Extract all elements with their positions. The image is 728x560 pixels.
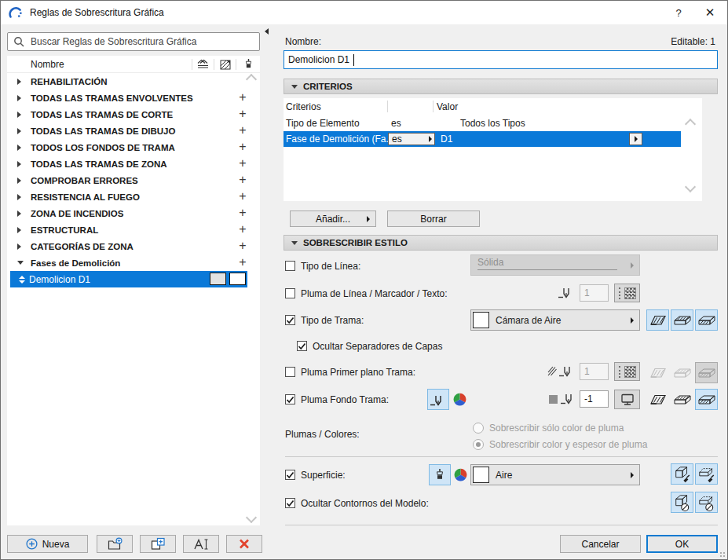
- drafting-fills-toggle[interactable]: [646, 309, 669, 331]
- fill-background-pen-checkbox[interactable]: [285, 394, 295, 404]
- expand-arrow-icon[interactable]: [17, 112, 27, 118]
- surface-column-icon[interactable]: [236, 58, 260, 70]
- remove-criterion-button[interactable]: Borrar: [387, 210, 480, 227]
- new-folder-button[interactable]: [97, 535, 133, 553]
- background-pen-mode-toggle[interactable]: [427, 389, 449, 410]
- hide-uncut-contours-toggle[interactable]: [671, 492, 693, 513]
- screen-only-toggle[interactable]: [614, 390, 640, 409]
- tree-item-demolicion-d1-selected[interactable]: Demolicion D1: [10, 271, 247, 287]
- expand-arrow-icon[interactable]: [17, 178, 27, 184]
- rename-button[interactable]: [183, 535, 219, 553]
- tree-item-fases-demolicion[interactable]: Fases de Demolición +: [7, 254, 260, 271]
- line-type-column-icon[interactable]: [192, 59, 214, 70]
- reorder-icon[interactable]: [19, 276, 25, 284]
- expand-arrow-icon[interactable]: [17, 210, 27, 217]
- expand-arrow-icon[interactable]: [17, 161, 27, 167]
- collapse-panel-arrow-icon[interactable]: [265, 28, 269, 35]
- fill-background-pen-number-field[interactable]: -1: [580, 390, 609, 408]
- hide-contours-checkbox[interactable]: [285, 498, 295, 508]
- tree-item-tramas-corte[interactable]: TODAS LAS TRAMAS DE CORTE +: [7, 106, 260, 123]
- scroll-up-button[interactable]: [685, 119, 696, 130]
- line-type-checkbox[interactable]: [285, 261, 295, 271]
- cover-fills-toggle-bg[interactable]: [671, 389, 693, 410]
- tree-item-rehabilitacion[interactable]: REHABILITACIÓN: [7, 73, 260, 90]
- tree-item-fondos-trama[interactable]: TODOS LOS FONDOS DE TRAMA +: [7, 139, 260, 156]
- tree-item-categorias-zona[interactable]: CATEGORÍAS DE ZONA +: [7, 238, 260, 254]
- list-header[interactable]: Nombre: [7, 56, 260, 73]
- scroll-down-button[interactable]: [685, 181, 696, 192]
- fill-column-icon[interactable]: [214, 58, 236, 71]
- pen-pattern-icon: [624, 366, 636, 378]
- surface-paint-toggle[interactable]: [429, 464, 451, 485]
- scroll-down-button[interactable]: [246, 512, 257, 523]
- expand-arrow-icon[interactable]: [17, 95, 27, 101]
- tree-item-resistencia-fuego[interactable]: RESISTENCIA AL FUEGO +: [7, 188, 260, 205]
- expand-arrow-icon[interactable]: [17, 194, 27, 200]
- add-rule-icon[interactable]: +: [237, 90, 248, 105]
- criterion-operator[interactable]: es: [391, 118, 401, 129]
- add-rule-icon[interactable]: +: [237, 238, 248, 254]
- fill-type-dropdown[interactable]: Cámara de Aire: [470, 309, 640, 331]
- add-rule-icon[interactable]: +: [237, 123, 248, 138]
- title-bar[interactable]: Reglas de Sobrescritura Gráfica ? ✕: [1, 1, 727, 24]
- surface-dropdown[interactable]: Aire: [470, 464, 640, 485]
- new-folder-icon: [107, 537, 123, 551]
- search-input[interactable]: [29, 35, 259, 48]
- color-wheel-icon[interactable]: [454, 468, 467, 481]
- tree-item-tramas-zona[interactable]: TODAS LAS TRAMAS DE ZONA +: [7, 156, 260, 172]
- add-rule-icon[interactable]: +: [237, 188, 248, 204]
- close-button[interactable]: ✕: [694, 1, 726, 24]
- override-section-header[interactable]: SOBRESCRIBIR ESTILO: [284, 235, 718, 251]
- hide-cut-contours-toggle[interactable]: [695, 492, 718, 513]
- add-rule-icon[interactable]: +: [237, 172, 248, 188]
- cover-fills-toggle[interactable]: [671, 309, 693, 331]
- surface-uncut-toggle[interactable]: [671, 463, 693, 485]
- rule-name-input[interactable]: [284, 50, 718, 69]
- surface-cut-toggle[interactable]: [695, 463, 718, 485]
- collapse-arrow-icon[interactable]: [17, 261, 27, 265]
- add-rule-icon[interactable]: +: [237, 139, 248, 155]
- expand-arrow-icon[interactable]: [17, 128, 27, 134]
- cut-fills-toggle-bg[interactable]: [695, 389, 718, 410]
- surface-preview-swatch[interactable]: [229, 273, 246, 285]
- tree-item-zona-incendios[interactable]: ZONA DE INCENDIOS +: [7, 205, 260, 221]
- ok-button[interactable]: OK: [646, 535, 718, 553]
- cancel-button[interactable]: Cancelar: [560, 535, 641, 553]
- criteria-section-header[interactable]: CRITERIOS: [284, 79, 718, 94]
- add-rule-icon[interactable]: +: [237, 221, 248, 237]
- add-rule-icon[interactable]: +: [237, 106, 248, 122]
- search-box[interactable]: [7, 32, 260, 51]
- help-button[interactable]: ?: [663, 1, 694, 24]
- add-criterion-button[interactable]: Añadir...: [290, 210, 376, 227]
- resize-grip[interactable]: [719, 551, 725, 557]
- expand-arrow-icon[interactable]: [17, 79, 27, 85]
- fill-type-checkbox[interactable]: [285, 315, 295, 325]
- expand-arrow-icon[interactable]: [17, 243, 27, 250]
- criterion-value[interactable]: Todos los Tipos: [460, 118, 525, 129]
- duplicate-button[interactable]: [140, 535, 176, 553]
- fill-preview-swatch[interactable]: [210, 273, 226, 285]
- tree-item-tramas-envolventes[interactable]: TODAS LAS TRAMAS ENVOLVENTES +: [7, 90, 260, 106]
- surface-checkbox[interactable]: [285, 470, 295, 480]
- expand-arrow-icon[interactable]: [17, 145, 27, 151]
- tree-item-estructural[interactable]: ESTRUCTURAL +: [7, 221, 260, 238]
- color-wheel-icon[interactable]: [453, 393, 466, 406]
- operator-dropdown[interactable]: es: [388, 133, 435, 145]
- criteria-row-element-type[interactable]: Tipo de Elemento es Todos los Tipos: [284, 115, 681, 131]
- add-rule-icon[interactable]: +: [237, 205, 248, 221]
- expand-arrow-icon[interactable]: [17, 227, 27, 233]
- drafting-fills-toggle-bg[interactable]: [646, 389, 669, 410]
- line-pen-checkbox[interactable]: [285, 288, 295, 298]
- cut-fills-toggle[interactable]: [695, 309, 718, 331]
- add-rule-icon[interactable]: +: [237, 254, 248, 270]
- criteria-row-demolition-phase[interactable]: Fase de Demolición (Fa... es D1: [284, 131, 681, 147]
- new-rule-button[interactable]: Nueva: [7, 535, 88, 553]
- delete-button[interactable]: [226, 535, 262, 553]
- tree-item-tramas-dibujo[interactable]: TODAS LAS TRAMAS DE DIBUJO +: [7, 123, 260, 139]
- column-header-name[interactable]: Nombre: [31, 59, 192, 70]
- add-rule-icon[interactable]: +: [237, 156, 248, 171]
- tree-item-comprobar-errores[interactable]: COMPROBAR ERRORES +: [7, 172, 260, 188]
- hide-skin-separators-checkbox[interactable]: [297, 341, 307, 351]
- fill-foreground-pen-checkbox[interactable]: [285, 367, 295, 377]
- value-picker-button[interactable]: [629, 133, 642, 145]
